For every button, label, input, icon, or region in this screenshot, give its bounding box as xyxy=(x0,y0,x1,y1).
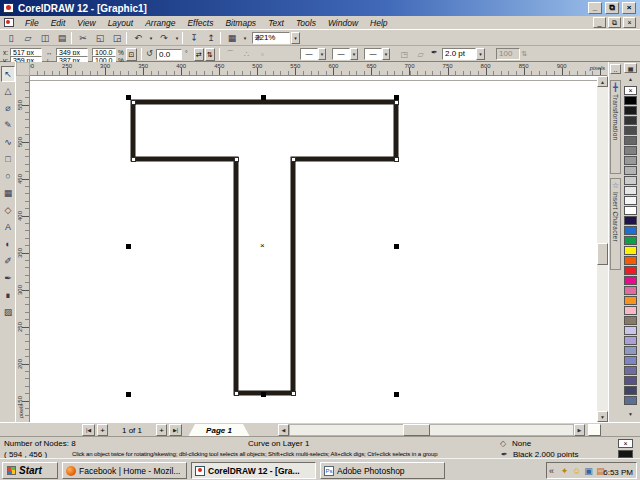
palette-swatch[interactable] xyxy=(624,256,637,265)
curve-edit-button[interactable]: ⌒ xyxy=(224,48,237,61)
interactive-fill-tool[interactable]: ▨ xyxy=(1,304,15,320)
import-button[interactable]: ↧ xyxy=(186,31,202,45)
scroll-down-button[interactable]: ▼ xyxy=(597,411,608,422)
palette-swatch[interactable] xyxy=(624,216,637,225)
taskbar-task-3[interactable]: PsAdobe Photoshop xyxy=(320,462,445,479)
palette-scroll-down-icon[interactable]: ▼ xyxy=(624,410,637,418)
menu-edit[interactable]: Edit xyxy=(45,18,72,28)
taskbar-task-1[interactable]: Facebook | Home - Mozil... xyxy=(62,462,187,479)
vertical-scroll-thumb[interactable] xyxy=(597,243,608,265)
corel-online-button[interactable]: ✳ xyxy=(250,31,266,45)
palette-swatch[interactable] xyxy=(624,196,637,205)
document-icon[interactable] xyxy=(4,18,14,27)
ellipse-tool[interactable]: ○ xyxy=(1,168,15,184)
letter-t-curve[interactable] xyxy=(30,76,597,422)
rotation-angle-field[interactable]: 0.0 xyxy=(156,49,182,60)
taskbar-task-2[interactable]: CorelDRAW 12 - [Gra... xyxy=(191,462,316,479)
curve-edit-button[interactable]: ∴ xyxy=(240,48,253,61)
basic-shapes-tool[interactable]: ◇ xyxy=(1,202,15,218)
minimize-button[interactable]: _ xyxy=(588,2,602,14)
palette-swatch[interactable] xyxy=(624,236,637,245)
palette-swatch[interactable] xyxy=(624,276,637,285)
palette-swatch[interactable] xyxy=(624,96,637,105)
palette-scroll-up-icon[interactable]: ▲ xyxy=(624,75,637,83)
outline-width-combo[interactable]: 2.0 pt xyxy=(442,48,476,60)
first-page-button[interactable]: |◀ xyxy=(82,424,95,436)
docker-tab-transformation[interactable]: ╋ Transformation xyxy=(610,80,621,174)
menu-effects[interactable]: Effects xyxy=(181,18,219,28)
scroll-right-button[interactable]: ▶ xyxy=(574,424,585,436)
save-button[interactable]: ◫ xyxy=(37,31,53,45)
nonproportional-lock-icon[interactable]: ⊡ xyxy=(126,48,137,61)
undo-button[interactable]: ↶ xyxy=(130,31,146,45)
horizontal-ruler[interactable]: pixels 200250300350400450500550600650700… xyxy=(30,62,607,76)
new-document-button[interactable]: ▯ xyxy=(3,31,19,45)
docker-collapse-button[interactable]: ‥ xyxy=(610,64,621,74)
palette-swatch[interactable] xyxy=(624,336,637,345)
interactive-blend-tool[interactable]: ◐ xyxy=(1,236,15,252)
eyedropper-tool[interactable]: ✐ xyxy=(1,253,15,269)
palette-swatch[interactable] xyxy=(624,266,637,275)
palette-swatch[interactable] xyxy=(624,306,637,315)
outline-style-combo[interactable]: — xyxy=(332,48,350,60)
palette-menu-button[interactable]: ▦ xyxy=(624,63,637,73)
dropdown-arrow-icon[interactable]: ▾ xyxy=(476,48,485,60)
text-tool[interactable]: A xyxy=(1,219,15,235)
curve-option-button[interactable]: ◳ xyxy=(398,48,411,61)
mdi-close-button[interactable]: × xyxy=(623,17,636,28)
menu-text[interactable]: Text xyxy=(262,18,290,28)
palette-swatch[interactable] xyxy=(624,156,637,165)
palette-swatch[interactable] xyxy=(624,146,637,155)
palette-swatch[interactable] xyxy=(624,176,637,185)
graph-paper-tool[interactable]: ▦ xyxy=(1,185,15,201)
curve-option-button[interactable]: ▱ xyxy=(414,48,427,61)
vertical-scrollbar[interactable]: ▲ ▼ xyxy=(597,76,608,422)
dropdown-arrow-icon[interactable]: ▾ xyxy=(382,48,390,60)
mdi-minimize-button[interactable]: _ xyxy=(593,17,606,28)
no-color-swatch[interactable]: × xyxy=(624,86,637,95)
last-page-button[interactable]: ▶| xyxy=(169,424,182,436)
export-button[interactable]: ↥ xyxy=(203,31,219,45)
ruler-origin[interactable] xyxy=(16,62,30,76)
palette-swatch[interactable] xyxy=(624,296,637,305)
outline-tool[interactable]: ✒ xyxy=(1,270,15,286)
tray-icon-messenger[interactable]: ☺ xyxy=(571,466,582,477)
menu-bitmaps[interactable]: Bitmaps xyxy=(219,18,262,28)
palette-swatch[interactable] xyxy=(624,166,637,175)
undo-dropdown-icon[interactable]: ▾ xyxy=(147,31,155,45)
palette-swatch[interactable] xyxy=(624,136,637,145)
curve-node[interactable] xyxy=(234,157,239,162)
add-page-button[interactable]: + xyxy=(156,424,167,436)
fill-tool[interactable]: ∎ xyxy=(1,287,15,303)
curve-node[interactable] xyxy=(234,391,239,396)
mirror-horizontal-icon[interactable]: ⇄ xyxy=(194,48,204,61)
zoom-dropdown-arrow-icon[interactable]: ▾ xyxy=(291,32,300,44)
palette-swatch[interactable] xyxy=(624,376,637,385)
paste-button[interactable]: ◲ xyxy=(109,31,125,45)
start-arrowhead-combo[interactable]: — xyxy=(300,48,318,60)
restore-button[interactable]: ⧉ xyxy=(605,2,619,14)
selection-handle[interactable] xyxy=(394,244,399,249)
x-position-field[interactable]: 517 px xyxy=(10,48,42,56)
horizontal-scroll-thumb[interactable] xyxy=(403,424,430,436)
curve-node[interactable] xyxy=(394,157,399,162)
docker-tab-insert-character[interactable]: ☆ Insert Character xyxy=(610,178,621,270)
tray-chevron-icon[interactable]: « xyxy=(549,466,554,476)
curve-node[interactable] xyxy=(291,157,296,162)
redo-dropdown-icon[interactable]: ▾ xyxy=(173,31,181,45)
add-page-button[interactable]: + xyxy=(97,424,108,436)
shape-tool[interactable]: △ xyxy=(1,83,15,99)
drawing-canvas[interactable]: × xyxy=(30,76,597,422)
close-button[interactable]: × xyxy=(622,2,636,14)
rectangle-tool[interactable]: □ xyxy=(1,151,15,167)
palette-swatch[interactable] xyxy=(624,106,637,115)
menu-window[interactable]: Window xyxy=(322,18,364,28)
palette-swatch[interactable] xyxy=(624,356,637,365)
menu-help[interactable]: Help xyxy=(364,18,393,28)
zoom-tool[interactable]: ⌀ xyxy=(1,100,15,116)
scale-h-field[interactable]: 100.0 xyxy=(92,48,116,56)
palette-swatch[interactable] xyxy=(624,116,637,125)
palette-swatch[interactable] xyxy=(624,186,637,195)
open-button[interactable]: ▱ xyxy=(20,31,36,45)
dropdown-arrow-icon[interactable]: ▾ xyxy=(350,48,358,60)
